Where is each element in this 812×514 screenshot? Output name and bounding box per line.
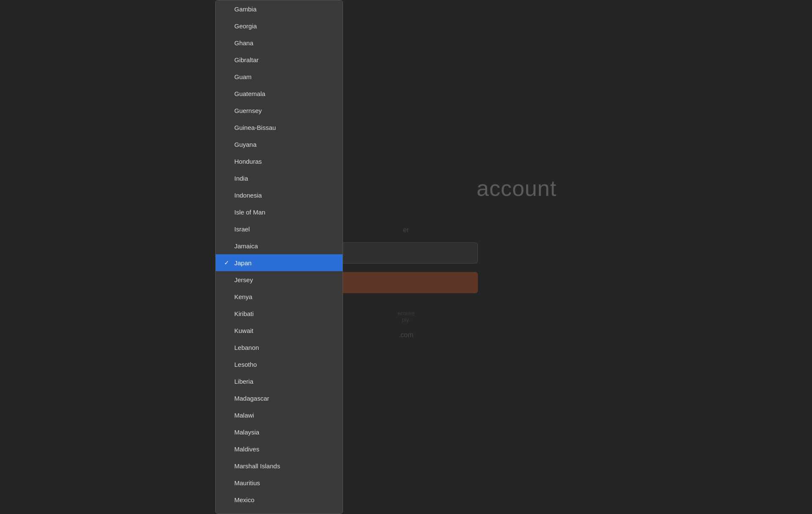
- dropdown-item-georgia[interactable]: Georgia: [216, 17, 343, 34]
- dropdown-item-label: Kenya: [234, 293, 252, 300]
- dropdown-item-label: Mauritius: [234, 479, 260, 487]
- dropdown-item-label: Guyana: [234, 141, 257, 148]
- dropdown-item-label: Maldives: [234, 445, 259, 453]
- dropdown-item-label: Georgia: [234, 22, 257, 30]
- dropdown-item-kuwait[interactable]: Kuwait: [216, 322, 343, 339]
- dropdown-item-gibraltar[interactable]: Gibraltar: [216, 51, 343, 68]
- dropdown-item-indonesia[interactable]: Indonesia: [216, 187, 343, 203]
- dropdown-item-label: Guinea-Bissau: [234, 124, 276, 131]
- dropdown-item-label: Marshall Islands: [234, 462, 280, 470]
- dropdown-item-guatemala[interactable]: Guatemala: [216, 85, 343, 102]
- dropdown-item-label: Mexico: [234, 496, 255, 503]
- dropdown-item-gambia[interactable]: Gambia: [216, 0, 343, 17]
- dropdown-item-maldives[interactable]: Maldives: [216, 440, 343, 457]
- dropdown-item-label: Guam: [234, 73, 252, 80]
- dropdown-item-label: Lebanon: [234, 344, 259, 351]
- dropdown-item-ghana[interactable]: Ghana: [216, 34, 343, 51]
- dropdown-item-liberia[interactable]: Liberia: [216, 373, 343, 390]
- dropdown-item-kenya[interactable]: Kenya: [216, 288, 343, 305]
- dropdown-item-label: Lesotho: [234, 361, 257, 368]
- dropdown-item-japan[interactable]: ✓Japan: [216, 254, 343, 271]
- dropdown-item-label: Isle of Man: [234, 209, 265, 216]
- dropdown-item-label: Kiribati: [234, 310, 254, 317]
- dropdown-item-label: Malaysia: [234, 429, 259, 436]
- country-dropdown[interactable]: GambiaGeorgiaGhanaGibraltarGuamGuatemala…: [215, 0, 343, 514]
- dropdown-item-label: Gibraltar: [234, 56, 259, 63]
- dropdown-item-label: Malawi: [234, 412, 254, 419]
- dropdown-item-label: Jersey: [234, 276, 253, 283]
- dropdown-item-india[interactable]: India: [216, 170, 343, 187]
- dropdown-item-guinea-bissau[interactable]: Guinea-Bissau: [216, 119, 343, 136]
- dropdown-item-label: Madagascar: [234, 395, 269, 402]
- background-overlay: [0, 0, 812, 514]
- dropdown-item-label: Gambia: [234, 5, 257, 13]
- dropdown-item-guam[interactable]: Guam: [216, 68, 343, 85]
- dropdown-item-label: India: [234, 175, 248, 182]
- dropdown-item-kiribati[interactable]: Kiribati: [216, 305, 343, 322]
- dropdown-item-label: Israel: [234, 225, 250, 233]
- dropdown-item-label: Honduras: [234, 158, 262, 165]
- dropdown-item-lesotho[interactable]: Lesotho: [216, 356, 343, 373]
- dropdown-item-label: Ghana: [234, 39, 253, 47]
- dropdown-item-malawi[interactable]: Malawi: [216, 407, 343, 423]
- dropdown-item-label: Japan: [234, 259, 252, 267]
- dropdown-item-jersey[interactable]: Jersey: [216, 271, 343, 288]
- dropdown-item-mongolia[interactable]: Mongolia: [216, 508, 343, 514]
- dropdown-item-marshall-islands[interactable]: Marshall Islands: [216, 457, 343, 474]
- dropdown-item-label: Jamaica: [234, 242, 258, 250]
- dropdown-item-mauritius[interactable]: Mauritius: [216, 474, 343, 491]
- dropdown-item-isle-of-man[interactable]: Isle of Man: [216, 203, 343, 220]
- dropdown-item-label: Indonesia: [234, 192, 262, 199]
- dropdown-item-lebanon[interactable]: Lebanon: [216, 339, 343, 356]
- dropdown-item-malaysia[interactable]: Malaysia: [216, 423, 343, 440]
- dropdown-item-madagascar[interactable]: Madagascar: [216, 390, 343, 407]
- dropdown-item-jamaica[interactable]: Jamaica: [216, 237, 343, 254]
- dropdown-item-label: Liberia: [234, 378, 253, 385]
- dropdown-item-guyana[interactable]: Guyana: [216, 136, 343, 153]
- dropdown-item-honduras[interactable]: Honduras: [216, 153, 343, 170]
- dropdown-item-label: Kuwait: [234, 327, 253, 334]
- dropdown-item-label: Guernsey: [234, 107, 262, 114]
- dropdown-item-guernsey[interactable]: Guernsey: [216, 102, 343, 119]
- dropdown-item-label: Guatemala: [234, 90, 265, 97]
- dropdown-item-mexico[interactable]: Mexico: [216, 491, 343, 508]
- dropdown-item-israel[interactable]: Israel: [216, 220, 343, 237]
